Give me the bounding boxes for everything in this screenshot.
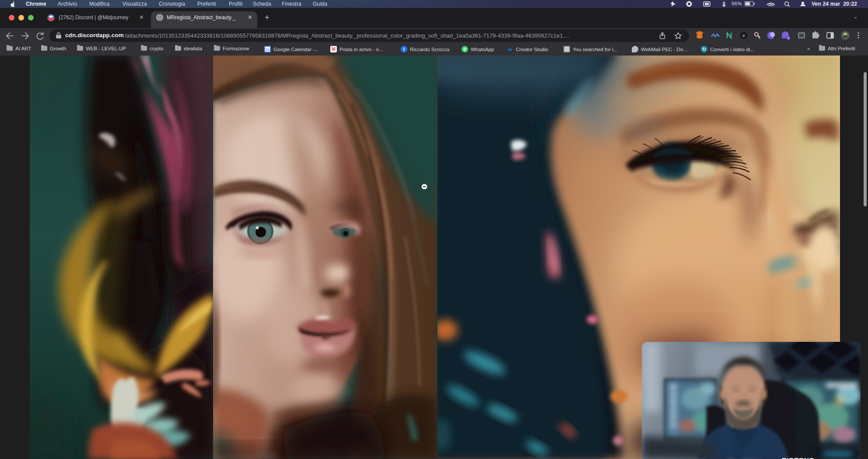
svg-text:5: 5 — [788, 37, 789, 40]
svg-text:#: # — [742, 34, 745, 38]
svg-text:▲ TIPTEND: ▲ TIPTEND — [772, 457, 815, 459]
